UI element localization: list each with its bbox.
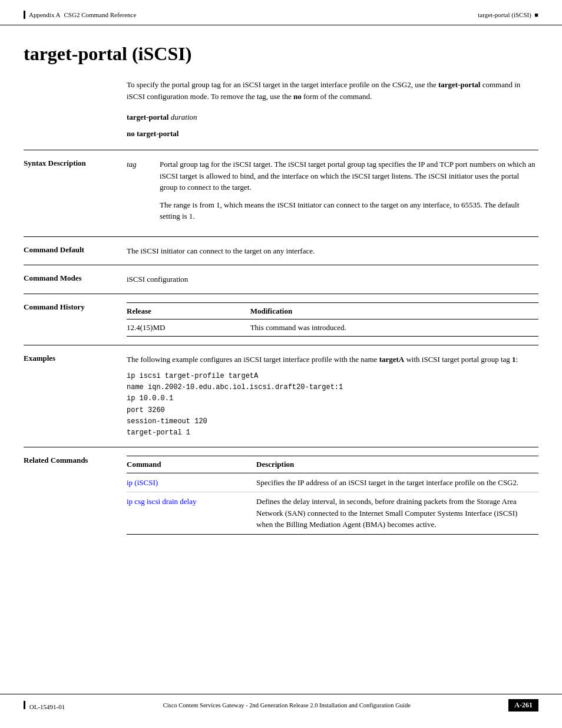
footer-doc-number: OL-15491-01 xyxy=(29,703,65,710)
examples-intro-text2: with iSCSI target portal group tag xyxy=(404,355,512,364)
syntax-command-label: target-portal xyxy=(127,113,168,121)
code-line: port 3260 xyxy=(127,405,538,416)
code-line: ip 10.0.0.1 xyxy=(127,393,538,404)
examples-intro-bold1: targetA xyxy=(379,355,405,364)
examples-code: ip iscsi target-profile targetA name iqn… xyxy=(127,371,538,439)
examples-label: Examples xyxy=(24,354,127,439)
col-modification: Modification xyxy=(250,302,538,319)
examples-section: Examples The following example configure… xyxy=(24,345,538,447)
command-modes-content: iSCSI configuration xyxy=(127,274,538,285)
intro-bold-no: no xyxy=(293,92,302,101)
examples-intro-text1: The following example configures an iSCS… xyxy=(127,355,379,364)
related-command-desc: Specifies the IP address of an iSCSI tar… xyxy=(256,473,538,492)
syntax-tag-text: tag xyxy=(127,160,137,169)
col-release: Release xyxy=(127,302,250,319)
related-commands-label: Related Commands xyxy=(24,456,127,535)
command-history-section: Command History Release Modification 12.… xyxy=(24,294,538,345)
main-content: target-portal (iSCSI) To specify the por… xyxy=(0,25,562,614)
footer-bar-icon xyxy=(24,701,25,709)
syntax-desc-1: Portal group tag for the iSCSI target. T… xyxy=(160,159,538,193)
syntax-desc: Portal group tag for the iSCSI target. T… xyxy=(160,159,538,228)
header-right: target-portal (iSCSI) ■ xyxy=(478,11,538,18)
footer-page-number: A-261 xyxy=(508,699,538,711)
col-description: Description xyxy=(256,456,538,473)
table-row: ip csg iscsi drain delayDefines the dela… xyxy=(127,492,538,535)
modification-cell: This command was introduced. xyxy=(250,319,538,337)
footer-left: OL-15491-01 xyxy=(24,701,65,710)
command-modes-section: Command Modes iSCSI configuration xyxy=(24,265,538,294)
col-command: Command xyxy=(127,456,256,473)
related-commands-table: Command Description ip (iSCSI)Specifies … xyxy=(127,456,538,535)
syntax-table: tag Portal group tag for the iSCSI targe… xyxy=(127,159,538,228)
code-line: session-timeout 120 xyxy=(127,416,538,427)
intro-paragraph: To specify the portal group tag for an i… xyxy=(127,79,538,102)
breadcrumb-appendix: Appendix A xyxy=(29,11,60,18)
syntax-description-content: tag Portal group tag for the iSCSI targe… xyxy=(127,159,538,228)
command-history-header-row: Release Modification xyxy=(127,302,538,319)
intro-section: To specify the portal group tag for an i… xyxy=(127,79,538,139)
syntax-tag: tag xyxy=(127,159,150,228)
syntax-arg: duration xyxy=(168,113,197,121)
related-commands-section: Related Commands Command Description ip … xyxy=(24,447,538,543)
command-default-label: Command Default xyxy=(24,245,127,257)
command-default-content: The iSCSI initiator can connect to the t… xyxy=(127,245,538,257)
related-command-name[interactable]: ip csg iscsi drain delay xyxy=(127,492,256,535)
command-modes-label: Command Modes xyxy=(24,274,127,285)
related-commands-content: Command Description ip (iSCSI)Specifies … xyxy=(127,456,538,535)
examples-content: The following example configures an iSCS… xyxy=(127,354,538,439)
page-header: Appendix A CSG2 Command Reference target… xyxy=(0,0,562,25)
examples-intro-text3: : xyxy=(516,355,518,364)
intro-bold-command: target-portal xyxy=(438,80,480,89)
breadcrumb-section: CSG2 Command Reference xyxy=(64,11,136,18)
release-cell: 12.4(15)MD xyxy=(127,319,250,337)
header-right-text: target-portal (iSCSI) xyxy=(478,11,531,18)
command-history-table: Release Modification 12.4(15)MDThis comm… xyxy=(127,302,538,337)
header-bar-icon xyxy=(24,11,25,19)
no-form-label: no target-portal xyxy=(127,129,178,138)
related-command-desc: Defines the delay interval, in seconds, … xyxy=(256,492,538,535)
command-default-section: Command Default The iSCSI initiator can … xyxy=(24,236,538,265)
syntax-description-section: Syntax Description tag Portal group tag … xyxy=(24,150,538,236)
table-row: 12.4(15)MDThis command was introduced. xyxy=(127,319,538,337)
command-history-label: Command History xyxy=(24,302,127,337)
command-syntax: target-portal duration no target-portal xyxy=(127,111,538,139)
code-line: name iqn.2002-10.edu.abc.iol.iscsi.draft… xyxy=(127,382,538,393)
syntax-description-label: Syntax Description xyxy=(24,159,127,228)
header-left: Appendix A CSG2 Command Reference xyxy=(24,11,136,19)
table-row: ip (iSCSI)Specifies the IP address of an… xyxy=(127,473,538,492)
syntax-line2: no target-portal xyxy=(127,128,538,140)
syntax-line1: target-portal duration xyxy=(127,111,538,123)
code-line: ip iscsi target-profile targetA xyxy=(127,371,538,382)
related-commands-header-row: Command Description xyxy=(127,456,538,473)
examples-intro: The following example configures an iSCS… xyxy=(127,354,538,365)
related-command-name[interactable]: ip (iSCSI) xyxy=(127,473,256,492)
page-footer: OL-15491-01 Cisco Content Services Gatew… xyxy=(0,694,562,711)
footer-center: Cisco Content Services Gateway - 2nd Gen… xyxy=(65,702,508,709)
syntax-desc-2: The range is from 1, which means the iSC… xyxy=(160,199,538,222)
command-history-content: Release Modification 12.4(15)MDThis comm… xyxy=(127,302,538,337)
page-title: target-portal (iSCSI) xyxy=(24,43,538,65)
code-line: target-portal 1 xyxy=(127,427,538,439)
